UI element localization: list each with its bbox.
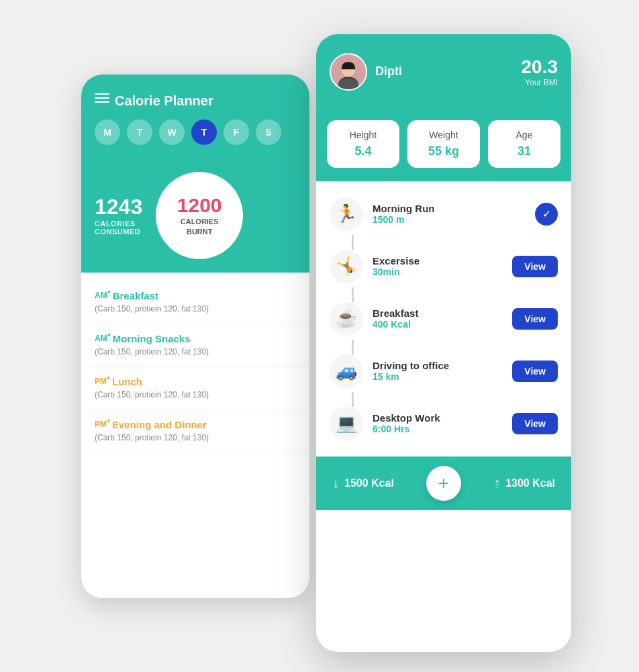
meal-detail-snacks: (Carb 150, protiein 120, fat 130) bbox=[95, 347, 296, 356]
stat-height-label: Height bbox=[334, 130, 393, 140]
run-name: Morning Run bbox=[373, 203, 526, 214]
profile-section: Dipti bbox=[330, 53, 402, 91]
stat-age: Age 31 bbox=[488, 120, 560, 168]
add-button[interactable]: + bbox=[426, 466, 461, 501]
activity-desktop[interactable]: 💻 Desktop Work 6:00 Hrs View bbox=[316, 397, 571, 450]
intake-out-value: 1300 Kcal bbox=[505, 477, 555, 489]
breakfast-name: Breakfast bbox=[373, 307, 503, 319]
intake-out-section: ↑ 1300 Kcal bbox=[493, 475, 555, 491]
pm-badge-lunch: PM bbox=[95, 377, 107, 386]
intake-in-value: 1500 Kcal bbox=[344, 477, 394, 489]
bmi-label: Your BMI bbox=[522, 78, 558, 87]
calories-burnt-circle: 1200 CALORIESBURNT bbox=[156, 172, 243, 259]
meal-name-breakfast: Breakfast bbox=[113, 290, 158, 301]
run-action[interactable]: ✓ bbox=[535, 203, 558, 226]
day-M[interactable]: M bbox=[95, 119, 120, 145]
calories-consumed: 1243 CALORIESCONSUMED bbox=[95, 195, 142, 236]
bmi-number: 20.3 bbox=[522, 56, 558, 78]
profile-name: Dipti bbox=[375, 64, 402, 79]
back-phone: Calorie Planner M T W T F S 1243 CALORIE… bbox=[81, 75, 309, 598]
desktop-icon: 💻 bbox=[330, 407, 363, 440]
driving-name: Driving to office bbox=[373, 360, 503, 371]
driving-action[interactable]: View bbox=[512, 361, 558, 382]
activity-morning-run[interactable]: 🏃 Morning Run 1500 m ✓ bbox=[316, 188, 571, 240]
exercise-action[interactable]: View bbox=[512, 256, 558, 277]
meal-name-snacks: Morning Snacks bbox=[113, 333, 191, 344]
arrow-down-icon: ↓ bbox=[332, 475, 339, 491]
desktop-action[interactable]: View bbox=[512, 413, 558, 434]
exercise-icon: 🤸 bbox=[330, 250, 363, 283]
exercise-value: 30min bbox=[373, 267, 503, 277]
phones-container: Calorie Planner M T W T F S 1243 CALORIE… bbox=[68, 34, 571, 638]
exercise-view-btn[interactable]: View bbox=[512, 256, 558, 277]
breakfast-view-btn[interactable]: View bbox=[512, 308, 558, 330]
intake-in-section: ↓ 1500 Kcal bbox=[332, 475, 394, 491]
meal-detail-dinner: (Carb 150, protiein 120, fat 130) bbox=[95, 433, 296, 442]
check-icon: ✓ bbox=[535, 203, 558, 226]
breakfast-action[interactable]: View bbox=[512, 308, 558, 330]
meal-list: AM Breakfast (Carb 150, protiein 120, fa… bbox=[81, 273, 309, 461]
stat-weight-label: Weight bbox=[414, 130, 473, 140]
bmi-section: 20.3 Your BMI bbox=[522, 56, 558, 87]
run-icon: 🏃 bbox=[330, 197, 363, 231]
breakfast-icon: ☕ bbox=[330, 302, 363, 336]
driving-view-btn[interactable]: View bbox=[512, 361, 558, 382]
stat-weight-value: 55 kg bbox=[414, 144, 473, 158]
driving-icon: 🚙 bbox=[330, 354, 363, 388]
day-S[interactable]: S bbox=[256, 119, 281, 145]
driving-value: 15 km bbox=[373, 371, 503, 382]
breakfast-value: 400 Kcal bbox=[373, 319, 503, 330]
back-phone-header: Calorie Planner M T W T F S bbox=[81, 75, 309, 158]
stat-age-label: Age bbox=[495, 130, 554, 140]
stat-age-value: 31 bbox=[495, 144, 554, 158]
meal-name-dinner: Evening and Dinner bbox=[112, 419, 207, 430]
stat-height: Height 5.4 bbox=[327, 120, 399, 168]
day-T1[interactable]: T bbox=[127, 119, 152, 145]
stat-height-value: 5.4 bbox=[334, 144, 393, 158]
activity-breakfast[interactable]: ☕ Breakfast 400 Kcal View bbox=[316, 293, 571, 345]
am-badge-snacks: AM bbox=[95, 334, 107, 343]
run-value: 1500 m bbox=[373, 214, 526, 225]
activity-run-info: Morning Run 1500 m bbox=[373, 203, 526, 225]
avatar bbox=[330, 53, 367, 91]
menu-icon[interactable] bbox=[95, 93, 109, 103]
meal-dinner[interactable]: PM Evening and Dinner (Carb 150, protiei… bbox=[81, 410, 309, 452]
svg-point-3 bbox=[338, 78, 358, 91]
day-T2[interactable]: T bbox=[191, 119, 217, 145]
pm-badge-dinner: PM bbox=[95, 420, 107, 429]
bottom-bar: ↓ 1500 Kcal + ↑ 1300 Kcal bbox=[316, 457, 571, 510]
meal-snacks[interactable]: AM Morning Snacks (Carb 150, protiein 12… bbox=[81, 324, 309, 367]
desktop-value: 6:00 Hrs bbox=[373, 424, 503, 434]
arrow-up-icon: ↑ bbox=[493, 475, 500, 491]
day-W[interactable]: W bbox=[159, 119, 185, 145]
burnt-label: CALORIESBURNT bbox=[181, 217, 219, 236]
meal-detail-breakfast: (Carb 150, protiein 120, fat 130) bbox=[95, 304, 296, 314]
back-phone-title: Calorie Planner bbox=[115, 93, 213, 109]
exercise-name: Excersise bbox=[373, 255, 503, 267]
calories-section: 1243 CALORIESCONSUMED 1200 CALORIESBURNT bbox=[81, 158, 309, 273]
meal-name-lunch: Lunch bbox=[112, 376, 142, 387]
desktop-name: Desktop Work bbox=[373, 412, 503, 424]
meal-lunch[interactable]: PM Lunch (Carb 150, protiein 120, fat 13… bbox=[81, 367, 309, 410]
am-badge-breakfast: AM bbox=[95, 291, 107, 300]
activity-exercise-info: Excersise 30min bbox=[373, 255, 503, 277]
consumed-label: CALORIESCONSUMED bbox=[95, 220, 142, 236]
front-phone: Dipti 20.3 Your BMI Height 5.4 Weight 55… bbox=[316, 34, 571, 652]
burnt-number: 1200 bbox=[177, 194, 222, 217]
meal-breakfast[interactable]: AM Breakfast (Carb 150, protiein 120, fa… bbox=[81, 281, 309, 324]
activity-breakfast-info: Breakfast 400 Kcal bbox=[373, 307, 503, 330]
activity-desktop-info: Desktop Work 6:00 Hrs bbox=[373, 412, 503, 434]
activity-section: 🏃 Morning Run 1500 m ✓ 🤸 Excersise 30min… bbox=[316, 181, 571, 457]
desktop-view-btn[interactable]: View bbox=[512, 413, 558, 434]
consumed-number: 1243 bbox=[95, 195, 142, 220]
meal-detail-lunch: (Carb 150, protiein 120, fat 130) bbox=[95, 390, 296, 399]
activity-exercise[interactable]: 🤸 Excersise 30min View bbox=[316, 240, 571, 293]
stat-weight: Weight 55 kg bbox=[407, 120, 480, 168]
stats-row: Height 5.4 Weight 55 kg Age 31 bbox=[316, 107, 571, 181]
activity-driving-info: Driving to office 15 km bbox=[373, 360, 503, 382]
activity-driving[interactable]: 🚙 Driving to office 15 km View bbox=[316, 345, 571, 397]
front-header: Dipti 20.3 Your BMI bbox=[316, 34, 571, 107]
day-F[interactable]: F bbox=[224, 119, 249, 145]
days-row: M T W T F S bbox=[95, 119, 296, 145]
